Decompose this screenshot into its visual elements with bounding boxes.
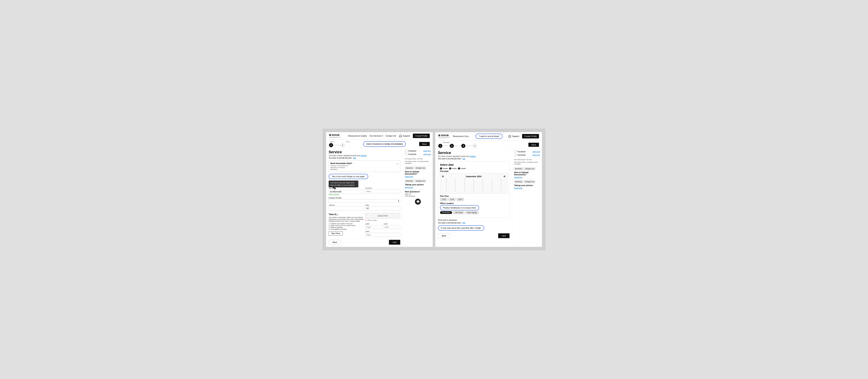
right-stepper-area: Schedule 1 2 3 4 Save (435, 140, 542, 148)
right-step-2: 2 (450, 144, 454, 148)
nav-services[interactable]: Our Services ▾ (369, 135, 383, 137)
passport-input[interactable] (330, 200, 398, 202)
extra-input3[interactable] (365, 233, 400, 237)
cal-next[interactable]: ◎ (503, 175, 505, 177)
nav-resources[interactable]: Resources & Guides (348, 135, 367, 137)
right-main: Service You have chosen standard tourist… (435, 148, 512, 247)
right-service-link[interactable]: link (463, 158, 465, 160)
calendar: ◎ September 2024 ◎ ××××××× ××××××× ×××××… (440, 173, 507, 194)
read-more-2[interactable]: Read More (405, 186, 413, 188)
right-save-btn[interactable]: Save (528, 143, 539, 147)
passport-label: Passport Number (329, 197, 400, 199)
left-save-btn[interactable]: Save (419, 142, 430, 146)
tooltip-top-right: "I want to see all steps" (475, 134, 503, 139)
left-back-btn[interactable]: Back (329, 240, 341, 245)
right-stepper: 1 2 3 4 (438, 144, 477, 148)
surname-label: Surname (365, 187, 400, 189)
left-next-btn[interactable]: next (389, 240, 400, 245)
right-sidebar-label-2: Facebook (518, 154, 532, 156)
tooltip-page: "this is too much things on one page" (329, 174, 368, 179)
right-logo-text: IDHUB (441, 134, 448, 137)
right-sidebar-tags-1: Biometrics Shengen visa (514, 167, 540, 170)
time-pill-3[interactable]: 15:00 (457, 198, 464, 201)
right-step-label: Schedule (443, 142, 450, 143)
right-taking-picture: Taking your picture (514, 184, 540, 186)
right-info-time: Info about time: 40 mins (514, 159, 540, 161)
right-create-profile-btn[interactable]: Create Profile (522, 134, 539, 138)
sidebar-readmore-2[interactable]: read more (423, 153, 431, 155)
right-support-text: Support (512, 135, 519, 137)
name-input[interactable] (329, 190, 364, 194)
right-nav-resources[interactable]: Resources & Gui... (453, 135, 470, 137)
address-label: Address (329, 204, 364, 206)
create-profile-btn[interactable]: Create Profile (413, 134, 430, 138)
right-service-sub: You have chosen standard tourist visa ch… (438, 155, 509, 157)
select-date-title: Select date (440, 163, 507, 166)
right-step-line-3 (465, 146, 473, 146)
time-pill-2[interactable]: 14:00 (448, 198, 456, 201)
pick-date-label: Pick Date: (440, 170, 507, 172)
how-to-upload: How to Upload Documents? (405, 171, 431, 175)
passport-info-icon: ℹ (398, 200, 399, 202)
state-input[interactable] (365, 206, 400, 210)
details-label-3: Details (461, 168, 466, 169)
left-nav: ⊠ IDHUB Visa, passport, ID Resources & G… (326, 132, 433, 140)
chat-button[interactable]: 💬 (415, 199, 421, 205)
left-nav-links: Resources & Guides Our Services ▾ Contac… (348, 135, 396, 137)
extra-input1[interactable] (365, 225, 382, 229)
hint-icon: ● (365, 219, 367, 221)
details-label-1: Details (443, 168, 448, 169)
extra-input2[interactable] (383, 225, 400, 229)
right-tag-biometrics-2: Biometrics (514, 180, 523, 183)
right-how-to-upload: How to Upload Documents? (514, 171, 540, 176)
left-main: Service You have chosen standard tourist… (326, 148, 403, 247)
right-service-link2[interactable]: link (463, 222, 465, 224)
cal-prev[interactable]: ◎ (442, 175, 444, 177)
sidebar-label-2: Facebook (408, 153, 423, 155)
tooltip-main: Users hovered on tooltip immediately (363, 141, 406, 147)
right-next-btn[interactable]: next (498, 233, 509, 238)
right-read-more-1[interactable]: Read More (514, 176, 523, 178)
select-date-box: Select date Details Details (438, 161, 509, 217)
right-back-btn[interactable]: Back (438, 233, 450, 238)
tooltip-positive: Positive feedbacks or no issues here (440, 205, 479, 210)
right-sidebar-readmore-2[interactable]: read more (532, 154, 540, 156)
right-sidebar-label-1: Facebook (518, 151, 532, 153)
extra-label2: Label (383, 223, 400, 225)
tag-shengen: Shengen visa (415, 167, 426, 169)
right-step-3: 3 (461, 144, 465, 148)
cal-month: September 2024 (466, 175, 482, 177)
location-union[interactable]: Union Square (465, 211, 479, 214)
surname-input[interactable] (365, 190, 400, 193)
left-stepper-area: About Docs 1 2 Users hovered on tooltip … (326, 140, 433, 148)
read-more-1[interactable]: Read More (405, 176, 413, 177)
address-input[interactable] (329, 206, 364, 210)
left-panel-body: Service You have chosen standard tourist… (326, 148, 433, 247)
taking-picture: Taking your picture (405, 183, 431, 186)
service-change-link[interactable]: change (360, 154, 367, 157)
time-pill-1[interactable]: 13:00 (440, 198, 447, 201)
nav-contact[interactable]: Contact US (385, 135, 396, 137)
location-somewhere[interactable]: Somewhere (440, 211, 452, 214)
right-nav-buttons: Back next (438, 232, 509, 238)
upload-area[interactable]: Upload Here (365, 213, 400, 218)
support-text: Support (403, 135, 410, 137)
right-tag-shengen-2: Shengen visa (524, 180, 535, 183)
name-validation: This is correct... (329, 194, 364, 196)
right-step-line-1 (442, 146, 450, 146)
service-link[interactable]: link (353, 157, 356, 159)
right-read-more-2[interactable]: Read More (514, 187, 523, 189)
location-13th[interactable]: 13th Street (453, 211, 464, 214)
need-help-arrow: → (396, 162, 399, 165)
right-sidebar-readmore-1[interactable]: read more (532, 151, 540, 152)
right-nav-support: 🎧 Support (508, 135, 519, 138)
sidebar-readmore-1[interactable]: read more (423, 150, 431, 152)
step-label-docs: Docs (346, 141, 350, 143)
right-service-change[interactable]: change (470, 155, 476, 157)
details-dots: Details Details Details (440, 167, 507, 170)
step-line-1 (333, 145, 341, 145)
right-tag-biometrics: Biometrics (514, 167, 523, 170)
take-photo-btn[interactable]: Take Photo (329, 231, 343, 236)
right-logo: ⊠ IDHUB Visa, passport, ID (438, 134, 450, 138)
name-surname-row: Name i This is correct... Surname (329, 187, 400, 196)
